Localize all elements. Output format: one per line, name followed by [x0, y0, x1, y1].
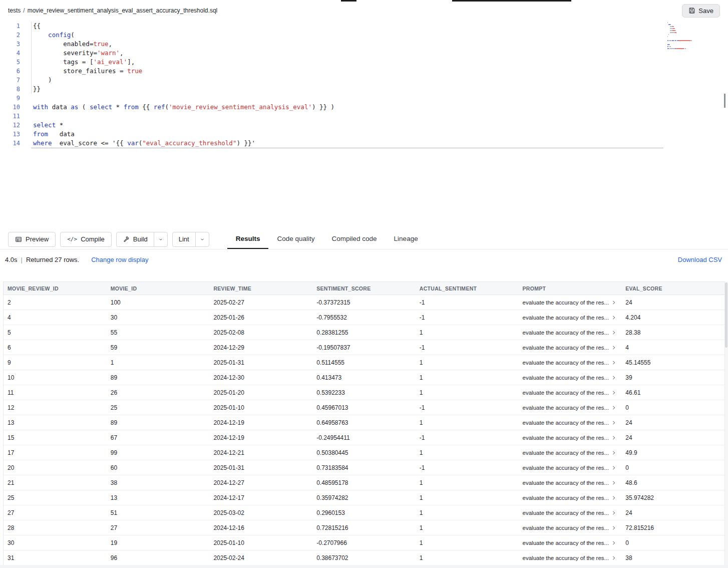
change-row-display-link[interactable]: Change row display: [91, 256, 148, 263]
compile-button[interactable]: </> Compile: [60, 232, 112, 247]
table-cell: 4: [621, 344, 724, 351]
table-cell: 6: [4, 344, 107, 351]
code-line[interactable]: 6 store_failures = true: [0, 67, 728, 76]
code-line[interactable]: 3 enabled=true,: [0, 40, 728, 49]
table-cell: 20: [4, 464, 107, 471]
save-button[interactable]: Save: [682, 4, 720, 18]
prompt-expand-icon[interactable]: [611, 300, 616, 305]
tab-lineage[interactable]: Lineage: [386, 229, 427, 249]
table-cell: 0.64958763: [312, 419, 416, 426]
prompt-expand-icon[interactable]: [611, 495, 616, 500]
preview-button[interactable]: Preview: [8, 232, 56, 247]
table-cell: 38: [107, 479, 210, 486]
prompt-expand-icon[interactable]: [611, 540, 616, 545]
code-text: select *: [33, 121, 63, 130]
code-line[interactable]: 7 ): [0, 76, 728, 85]
table-cell: 2025-02-27: [209, 299, 312, 306]
table-cell: 4: [4, 314, 107, 321]
code-line[interactable]: 9: [0, 94, 728, 103]
prompt-cell: evaluate the accuracy of the res...: [519, 300, 622, 306]
code-line[interactable]: 1{{: [0, 22, 728, 31]
results-vertical-scrollbar[interactable]: [724, 281, 728, 565]
table-cell: -0.37372315: [312, 299, 416, 306]
table-row: 31962025-02-240.386737021evaluate the ac…: [4, 550, 724, 565]
code-line[interactable]: 10with data as ( select * from {{ ref('m…: [0, 103, 728, 112]
prompt-expand-icon[interactable]: [611, 315, 616, 320]
table-row: 25132024-12-170.359742821evaluate the ac…: [4, 490, 724, 505]
table-cell: 0.5392233: [312, 389, 416, 396]
lint-dropdown-button[interactable]: [195, 232, 209, 246]
table-cell: 89: [107, 419, 210, 426]
code-line[interactable]: 4 severity='warn',: [0, 49, 728, 58]
prompt-expand-icon[interactable]: [611, 450, 616, 455]
prompt-expand-icon[interactable]: [611, 525, 616, 530]
prompt-cell: evaluate the accuracy of the res...: [519, 375, 622, 381]
prompt-text: evaluate the accuracy of the res...: [523, 450, 609, 456]
line-number: 10: [0, 103, 20, 112]
prompt-expand-icon[interactable]: [611, 330, 616, 335]
prompt-text: evaluate the accuracy of the res...: [523, 510, 609, 516]
result-tabs: ResultsCode qualityCompiled codeLineage: [227, 229, 427, 249]
prompt-expand-icon[interactable]: [611, 390, 616, 395]
tab-code-quality[interactable]: Code quality: [268, 229, 323, 249]
editor-scrollbar-thumb[interactable]: [724, 94, 725, 108]
results-scrollbar-thumb[interactable]: [725, 282, 727, 348]
editor-minimap[interactable]: [667, 22, 723, 50]
build-button[interactable]: Build: [117, 232, 154, 246]
table-cell: 100: [107, 299, 210, 306]
build-dropdown-button[interactable]: [154, 232, 167, 246]
line-number: 12: [0, 121, 20, 130]
code-line[interactable]: 2 config(: [0, 31, 728, 40]
table-cell: 2024-12-29: [209, 344, 312, 351]
prompt-expand-icon[interactable]: [611, 375, 616, 380]
prompt-expand-icon[interactable]: [611, 405, 616, 410]
prompt-expand-icon[interactable]: [611, 435, 616, 440]
prompt-cell: evaluate the accuracy of the res...: [519, 480, 622, 486]
prompt-expand-icon[interactable]: [611, 480, 616, 485]
prompt-expand-icon[interactable]: [611, 345, 616, 350]
table-row: 5552025-02-080.283812551evaluate the acc…: [4, 325, 724, 340]
prompt-expand-icon[interactable]: [611, 510, 616, 515]
prompt-expand-icon[interactable]: [611, 360, 616, 365]
prompt-text: evaluate the accuracy of the res...: [523, 315, 609, 321]
code-line[interactable]: 5 tags = ['ai_eval'],: [0, 58, 728, 67]
prompt-text: evaluate the accuracy of the res...: [523, 300, 609, 306]
code-line[interactable]: 11: [0, 112, 728, 121]
table-cell: 1: [416, 494, 519, 501]
line-number: 9: [0, 94, 20, 103]
prompt-text: evaluate the accuracy of the res...: [523, 420, 609, 426]
prompt-cell: evaluate the accuracy of the res...: [519, 540, 622, 546]
table-cell: 0.413473: [312, 374, 416, 381]
code-line[interactable]: 12select *: [0, 121, 728, 130]
tab-results[interactable]: Results: [227, 229, 269, 249]
table-cell: 30: [4, 539, 107, 546]
column-header: ACTUAL_SENTIMENT: [416, 286, 519, 292]
table-cell: 2025-02-24: [209, 554, 312, 561]
table-cell: 0.28381255: [312, 329, 416, 336]
code-line[interactable]: 13from data: [0, 130, 728, 139]
prompt-cell: evaluate the accuracy of the res...: [519, 360, 622, 366]
lint-button[interactable]: Lint: [173, 232, 195, 246]
bottom-horizontal-scrollbar[interactable]: [0, 565, 728, 568]
sql-editor[interactable]: 1{{2 config(3 enabled=true,4 severity='w…: [0, 21, 728, 229]
code-line[interactable]: 14where eval_score <= '{{ var("eval_accu…: [0, 139, 728, 148]
minimap-line: [667, 36, 723, 37]
table-cell: 0.73183584: [312, 464, 416, 471]
prompt-expand-icon[interactable]: [611, 465, 616, 470]
table-cell: 1: [416, 449, 519, 456]
prompt-expand-icon[interactable]: [611, 555, 616, 560]
prompt-expand-icon[interactable]: [611, 420, 616, 425]
lint-button-label: Lint: [179, 235, 189, 243]
table-cell: 48.6: [621, 479, 724, 486]
table-row: 21002025-02-27-0.37372315-1evaluate the …: [4, 295, 724, 310]
prompt-text: evaluate the accuracy of the res...: [523, 435, 609, 441]
save-icon: [688, 7, 695, 14]
prompt-cell: evaluate the accuracy of the res...: [519, 495, 622, 501]
tab-compiled-code[interactable]: Compiled code: [323, 229, 386, 249]
table-row: 21382024-12-270.485951781evaluate the ac…: [4, 475, 724, 490]
download-csv-link[interactable]: Download CSV: [678, 256, 722, 263]
rows-returned-text: Returned 27 rows.: [26, 256, 79, 263]
table-row: 12252025-01-100.45967013-1evaluate the a…: [4, 400, 724, 415]
table-row: 11262025-01-200.53922331evaluate the acc…: [4, 385, 724, 400]
code-line[interactable]: 8}}: [0, 85, 728, 94]
